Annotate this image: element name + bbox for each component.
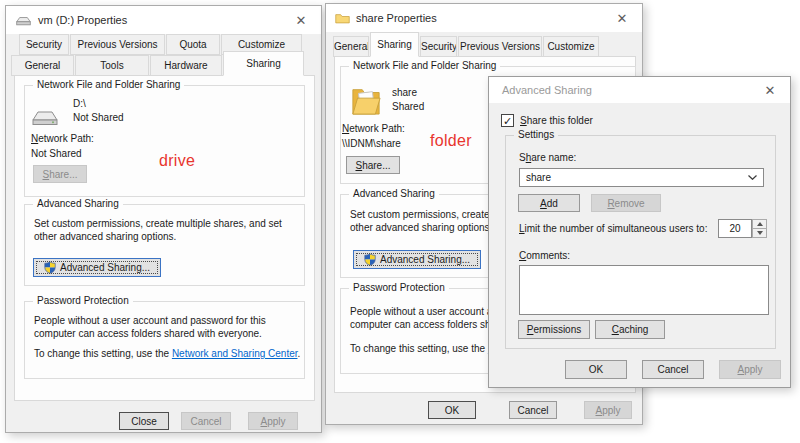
permissions-button[interactable]: Permissions — [518, 320, 590, 339]
share-name-combobox[interactable]: share — [519, 168, 764, 187]
tab-customize[interactable]: Customize — [543, 36, 599, 57]
drive-icon — [15, 15, 32, 26]
close-icon[interactable]: ✕ — [757, 81, 783, 99]
share-this-folder-checkbox[interactable]: ✓ — [501, 114, 514, 127]
share-item-status: Not Shared — [73, 112, 124, 123]
limit-users-stepper[interactable] — [752, 219, 767, 238]
ok-button[interactable]: OK — [565, 360, 627, 379]
share-button[interactable]: Share... — [346, 156, 400, 174]
advanced-sharing-desc: Set custom permissions, create multiple … — [34, 217, 300, 243]
remove-button[interactable]: Remove — [591, 194, 661, 212]
change-setting-line: To change this setting, use the Network … — [34, 347, 306, 360]
uac-shield-icon — [44, 261, 56, 274]
drive-dialog-titlebar: vm (D:) Properties ✕ — [6, 6, 321, 34]
comments-label: Comments: — [519, 250, 570, 261]
add-button[interactable]: Add — [518, 194, 580, 212]
close-button[interactable]: Close — [119, 412, 169, 430]
share-name-value: share — [526, 172, 551, 183]
dialog-title: vm (D:) Properties — [38, 14, 127, 26]
folder-icon — [335, 12, 350, 24]
dialog-title: share Properties — [356, 12, 437, 24]
share-item-status: Shared — [392, 101, 424, 112]
advanced-sharing-button-label: Advanced Sharing... — [380, 254, 470, 265]
limit-users-value[interactable]: 20 — [718, 219, 752, 238]
uac-shield-icon — [364, 253, 376, 266]
advanced-sharing-button-label: Advanced Sharing... — [60, 262, 150, 273]
password-protection-desc: People without a user account and passwo… — [34, 314, 302, 340]
tab-hardware[interactable]: Hardware — [150, 55, 222, 76]
spin-down-icon[interactable] — [752, 229, 767, 238]
cancel-button[interactable]: Cancel — [642, 360, 704, 379]
tab-tools[interactable]: Tools — [75, 55, 149, 76]
advanced-sharing-button[interactable]: Advanced Sharing... — [353, 250, 481, 269]
spin-up-icon[interactable] — [752, 219, 767, 229]
chevron-down-icon — [748, 175, 757, 180]
caching-button[interactable]: Caching — [595, 320, 665, 339]
share-name-label: Share name: — [519, 152, 576, 163]
network-path-label: Network Path: — [31, 133, 94, 144]
tab-general[interactable]: General — [11, 55, 74, 76]
apply-button[interactable]: Apply — [719, 360, 781, 379]
checkmark-icon: ✓ — [503, 116, 512, 126]
tab-previous-versions[interactable]: Previous Versions — [458, 36, 542, 57]
drive-properties-dialog: vm (D:) Properties ✕ Security Previous V… — [5, 5, 322, 433]
tab-security[interactable]: Security — [420, 36, 457, 57]
change-setting-suffix: . — [298, 348, 301, 359]
annotation-folder: folder — [430, 132, 472, 150]
apply-button[interactable]: Apply — [584, 401, 632, 419]
cancel-button[interactable]: Cancel — [181, 412, 231, 430]
group-title: Network File and Folder Sharing — [349, 60, 500, 71]
folder-dialog-titlebar: share Properties ✕ — [326, 4, 642, 32]
ok-button[interactable]: OK — [428, 401, 476, 419]
tab-sharing[interactable]: Sharing — [370, 32, 419, 57]
tab-general[interactable]: General — [333, 36, 369, 57]
network-sharing-center-link[interactable]: Network and Sharing Center — [172, 348, 298, 359]
close-icon[interactable]: ✕ — [288, 11, 314, 29]
tab-previous-versions[interactable]: Previous Versions — [70, 34, 165, 55]
comments-input[interactable] — [519, 265, 769, 315]
group-title: Settings — [514, 129, 558, 140]
dialog-title: Advanced Sharing — [502, 84, 592, 96]
drive-icon-large — [30, 109, 60, 128]
group-title: Network File and Folder Sharing — [33, 79, 184, 90]
tab-quota[interactable]: Quota — [166, 34, 220, 55]
group-title: Password Protection — [349, 282, 449, 293]
cancel-button[interactable]: Cancel — [509, 401, 557, 419]
change-setting-prefix: To change this setting, use the — [34, 348, 172, 359]
close-icon[interactable]: ✕ — [609, 9, 635, 27]
group-title: Advanced Sharing — [33, 198, 123, 209]
network-path-label: Network Path: — [342, 123, 405, 134]
advanced-sharing-dialog: Advanced Sharing ✕ ✓ Share this folder S… — [488, 76, 791, 388]
change-setting-prefix: To change this setting, use the — [350, 343, 488, 354]
network-path-value: \\IDNM\share — [342, 138, 401, 149]
share-this-folder-label[interactable]: Share this folder — [520, 115, 593, 126]
share-item-name: share — [392, 87, 417, 98]
share-button[interactable]: Share... — [33, 165, 87, 183]
share-item-name: D:\ — [73, 98, 86, 109]
limit-users-label: Limit the number of simultaneous users t… — [519, 223, 707, 234]
annotation-drive: drive — [159, 152, 195, 170]
group-title: Password Protection — [33, 295, 133, 306]
group-title: Advanced Sharing — [349, 188, 439, 199]
advanced-dialog-titlebar: Advanced Sharing ✕ — [489, 77, 790, 103]
apply-button[interactable]: Apply — [248, 412, 298, 430]
network-path-value: Not Shared — [31, 148, 82, 159]
advanced-sharing-button[interactable]: Advanced Sharing... — [33, 258, 161, 277]
tab-sharing[interactable]: Sharing — [223, 51, 304, 76]
password-protection-group: Password Protection — [24, 301, 305, 379]
tab-security[interactable]: Security — [19, 34, 69, 55]
folder-icon-large — [351, 84, 381, 118]
